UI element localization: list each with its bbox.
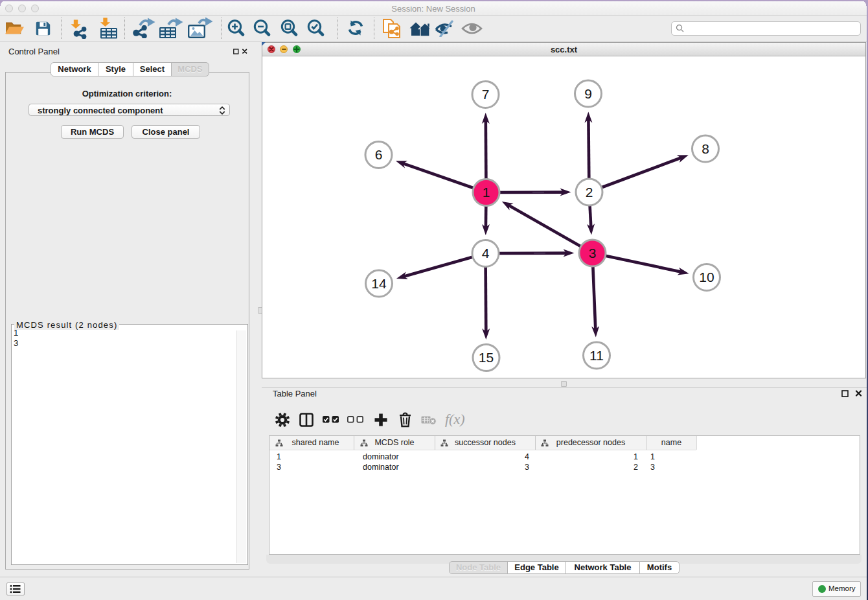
svg-text:14: 14 [371, 276, 387, 291]
svg-text:6: 6 [375, 147, 383, 162]
svg-text:7: 7 [482, 87, 490, 102]
svg-text:11: 11 [589, 348, 604, 363]
svg-text:15: 15 [479, 350, 494, 365]
svg-text:9: 9 [584, 86, 592, 101]
svg-text:2: 2 [586, 185, 593, 200]
svg-text:4: 4 [482, 246, 490, 260]
svg-text:8: 8 [702, 141, 709, 156]
svg-text:3: 3 [589, 246, 597, 260]
svg-text:10: 10 [699, 270, 714, 284]
svg-text:1: 1 [483, 185, 490, 200]
